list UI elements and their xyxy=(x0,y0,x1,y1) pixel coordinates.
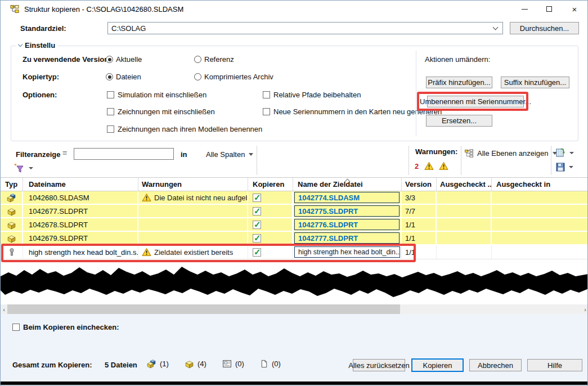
checkbox-relative-pfade[interactable] xyxy=(263,91,270,98)
caret-down-icon xyxy=(29,167,33,169)
cell-copy xyxy=(248,218,293,231)
count-value: (0) xyxy=(235,360,244,368)
sort-caret-icon xyxy=(345,178,349,182)
checkbox-zeichnungen-benennen[interactable] xyxy=(107,125,114,133)
settings-group-label[interactable]: Einstellu xyxy=(16,41,58,50)
cell-warning xyxy=(138,218,248,231)
warning-icon[interactable] xyxy=(439,161,448,170)
destination-label: Standardziel: xyxy=(20,24,66,33)
close-button[interactable]: × xyxy=(562,1,587,17)
copy-checkbox[interactable] xyxy=(253,221,261,229)
column-header-warnungen[interactable]: Warnungen xyxy=(138,178,248,191)
radio-referenz[interactable] xyxy=(194,56,201,63)
redaction-scribble xyxy=(1,265,588,304)
scroll-right-icon[interactable]: › xyxy=(582,304,588,314)
target-name-field[interactable]: 1042775.SLDPRT xyxy=(294,205,400,217)
dialog-struktur-kopieren: Struktur kopieren - C:\SOLAG\1042680.SLD… xyxy=(0,0,588,386)
rename-serial-button[interactable]: Umbenennen mit Seriennummer... xyxy=(427,96,524,107)
target-name-field[interactable]: 1042774.SLDASM xyxy=(294,192,400,203)
replace-button[interactable]: Ersetzen... xyxy=(426,115,492,127)
column-header-typ[interactable]: Typ xyxy=(1,178,23,191)
export-table-button[interactable] xyxy=(555,147,574,158)
cell-type xyxy=(1,191,23,204)
filter-input[interactable] xyxy=(74,148,174,160)
target-name-field[interactable]: 1042777.SLDPRT xyxy=(294,232,400,244)
browse-button[interactable]: Durchsuchen... xyxy=(510,22,579,34)
checkin-checkbox[interactable] xyxy=(12,324,20,331)
filter-menu-button[interactable] xyxy=(14,163,33,173)
checkbox-seriennummern[interactable] xyxy=(263,108,270,115)
cell-filename: 1042678.SLDPRT xyxy=(23,218,138,231)
caret-down-icon xyxy=(569,152,574,154)
destination-combobox[interactable]: C:\SOLAG xyxy=(107,22,503,34)
settings-group: Einstellu Zu verwendende Version: Aktuel… xyxy=(11,46,578,141)
table-row[interactable]: 1042680.SLDASMDie Datei ist nicht neu au… xyxy=(1,191,588,205)
reset-all-button[interactable]: Alles zurücksetzen xyxy=(353,359,405,371)
count-value: (1) xyxy=(160,360,169,368)
cell-filename: 1042680.SLDASM xyxy=(23,191,138,204)
drawing-icon xyxy=(222,359,232,369)
checkbox-simulation-label: Simulation mit einschließen xyxy=(118,91,207,99)
totals-counts: (1)(4)(0)(0) xyxy=(147,359,298,369)
prefix-button[interactable]: Präfix hinzufügen... xyxy=(426,77,492,88)
destination-value: C:\SOLAG xyxy=(108,24,493,33)
radio-dateien[interactable] xyxy=(106,73,113,80)
table-row[interactable]: 1042678.SLDPRT1042776.SLDPRT1/1 xyxy=(1,218,588,232)
table-row[interactable]: 1042677.SLDPRT1042775.SLDPRT7/7 xyxy=(1,205,588,218)
count-value: (0) xyxy=(272,360,281,368)
copy-checkbox[interactable] xyxy=(253,207,261,216)
save-list-button[interactable] xyxy=(555,162,573,172)
table-row[interactable]: high strength hex head bolt_din.s...Ziel… xyxy=(1,245,588,259)
cell-checked-out-by xyxy=(437,245,492,259)
target-name-field[interactable]: 1042776.SLDPRT xyxy=(294,219,400,230)
table-row[interactable]: 1042679.SLDPRT1042777.SLDPRT1/1 xyxy=(1,232,588,245)
cell-target: 1042775.SLDPRT xyxy=(293,205,402,217)
levels-dropdown[interactable]: Alle Ebenen anzeigen xyxy=(465,149,557,158)
scrollbar-thumb[interactable] xyxy=(7,304,400,314)
column-header-version[interactable]: Version xyxy=(402,178,437,191)
copy-button[interactable]: Kopieren xyxy=(411,358,464,372)
cell-warning: Zieldatei existiert bereits xyxy=(138,245,248,259)
cancel-button[interactable]: Abbrechen xyxy=(469,359,522,371)
column-header-kopieren[interactable]: Kopieren xyxy=(248,178,293,191)
column-header-dateiname[interactable]: Dateiname xyxy=(23,178,138,191)
chevron-down-icon[interactable] xyxy=(493,25,499,30)
part-icon xyxy=(185,359,194,369)
cell-checked-out-in xyxy=(492,205,588,217)
maximize-button[interactable] xyxy=(536,1,562,17)
caret-down-icon xyxy=(569,166,573,168)
horizontal-scrollbar[interactable]: ‹ › xyxy=(1,304,588,314)
copy-checkbox[interactable] xyxy=(253,194,261,202)
target-name-field[interactable]: high strength hex head bolt_din... xyxy=(294,246,400,258)
count-value: (4) xyxy=(198,360,207,368)
columns-dropdown[interactable]: Alle Spalten xyxy=(206,150,253,159)
help-button[interactable]: Hilfe xyxy=(527,359,582,371)
cell-filename: 1042679.SLDPRT xyxy=(23,232,138,244)
total-files: 5 Dateien xyxy=(105,361,137,369)
checkbox-simulation[interactable] xyxy=(107,91,114,98)
radio-aktuelle[interactable] xyxy=(106,56,113,63)
checkin-label: Beim Kopieren einchecken: xyxy=(23,323,119,331)
checkbox-seriennummern-label: Neue Seriennummern in den Karten neu gen… xyxy=(273,107,442,116)
warning-icon[interactable] xyxy=(424,161,434,170)
checkbox-zeichnungen-benennen-label: Zeichnungen nach ihren Modellen benennen xyxy=(118,125,262,133)
cell-warning xyxy=(138,232,248,244)
checkbox-zeichnungen[interactable] xyxy=(107,108,114,115)
radio-archiv[interactable] xyxy=(194,73,201,80)
column-header-ausgecheckt[interactable]: Ausgecheckt ... xyxy=(437,178,492,191)
cell-copy xyxy=(248,245,293,259)
actions-label: Aktionen umändern: xyxy=(425,55,490,64)
filter-in-label: in xyxy=(181,150,187,159)
toolbar-separator xyxy=(461,146,461,175)
count-item: (0) xyxy=(222,359,260,369)
cell-type xyxy=(1,218,23,231)
copy-checkbox[interactable] xyxy=(253,234,261,243)
scroll-left-icon[interactable]: ‹ xyxy=(1,304,7,314)
suffix-button[interactable]: Suffix hinzufügen... xyxy=(501,77,569,88)
minimize-button[interactable] xyxy=(511,1,537,17)
column-header-ausgecheckt-in[interactable]: Ausgecheckt in xyxy=(492,178,588,191)
copy-checkbox[interactable] xyxy=(253,248,261,257)
assembly-icon xyxy=(7,193,16,203)
app-structure-icon xyxy=(10,5,19,14)
cell-checked-out-in xyxy=(492,218,588,231)
